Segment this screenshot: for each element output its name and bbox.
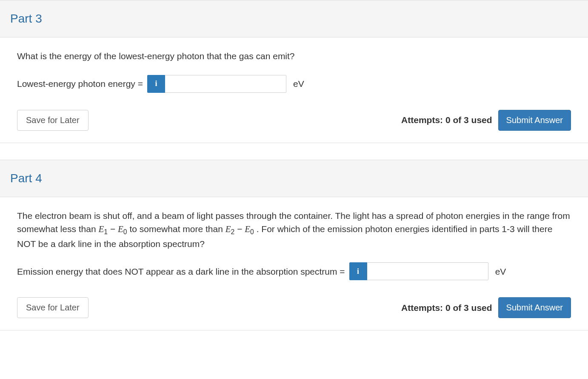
info-icon[interactable]: i	[147, 75, 165, 93]
part4-input-group: i	[349, 262, 488, 280]
math-sub-2: 2	[231, 228, 235, 235]
submit-answer-button[interactable]: Submit Answer	[498, 110, 571, 131]
math-sub-0: 0	[250, 228, 254, 235]
part3-answer-row: Lowest-energy photon energy = i eV	[17, 75, 571, 93]
part4-title: Part 4	[10, 169, 578, 187]
submit-answer-button[interactable]: Submit Answer	[498, 297, 571, 318]
part3-input-group: i	[147, 75, 286, 93]
part3-title: Part 3	[10, 10, 578, 28]
part3-unit: eV	[293, 77, 304, 91]
part3-actions: Save for Later Attempts: 0 of 3 used Sub…	[17, 110, 571, 143]
math-E: E	[245, 224, 250, 234]
part4-unit: eV	[495, 265, 506, 279]
part4-attempts: Attempts: 0 of 3 used	[401, 301, 492, 315]
math-minus: −	[237, 224, 245, 234]
save-for-later-button[interactable]: Save for Later	[17, 297, 88, 318]
part3-answer-label: Lowest-energy photon energy =	[17, 77, 143, 91]
bottom-gap	[0, 330, 588, 339]
math-minus: −	[110, 224, 118, 234]
part3-attempts: Attempts: 0 of 3 used	[401, 113, 492, 127]
part4-body: The electron beam is shut off, and a bea…	[0, 197, 588, 330]
part4-question-mid: to somewhat more than	[129, 224, 225, 234]
math-sub-1: 1	[104, 228, 108, 235]
part4-answer-input[interactable]	[367, 262, 488, 280]
part4-answer-label: Emission energy that does NOT appear as …	[17, 265, 345, 279]
part3-header: Part 3	[0, 0, 588, 37]
save-for-later-button[interactable]: Save for Later	[17, 110, 88, 131]
part3-body: What is the energy of the lowest-energy …	[0, 37, 588, 143]
part4-header: Part 4	[0, 160, 588, 197]
math-E: E	[118, 224, 123, 234]
part4-question: The electron beam is shut off, and a bea…	[17, 209, 571, 251]
part4-answer-row: Emission energy that does NOT appear as …	[17, 262, 571, 280]
part3-question: What is the energy of the lowest-energy …	[17, 49, 571, 63]
math-E: E	[225, 224, 231, 234]
part4-actions: Save for Later Attempts: 0 of 3 used Sub…	[17, 297, 571, 330]
part-gap	[0, 143, 588, 160]
math-sub-0: 0	[123, 228, 127, 235]
math-E: E	[98, 224, 104, 234]
part3-answer-input[interactable]	[165, 75, 286, 93]
info-icon[interactable]: i	[349, 262, 367, 280]
